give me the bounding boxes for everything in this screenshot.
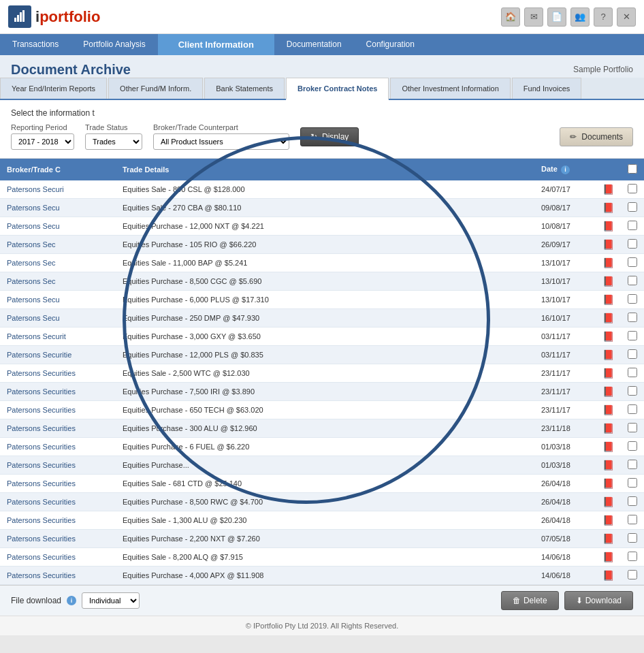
- check-cell[interactable]: [621, 309, 644, 328]
- pdf-icon[interactable]: 📕: [602, 515, 614, 526]
- pdf-icon[interactable]: 📕: [602, 533, 614, 544]
- pdf-icon[interactable]: 📕: [602, 294, 614, 305]
- pdf-cell[interactable]: 📕: [596, 254, 621, 272]
- row-checkbox[interactable]: [628, 313, 637, 322]
- pdf-icon[interactable]: 📕: [602, 331, 614, 342]
- pdf-cell[interactable]: 📕: [596, 217, 621, 236]
- row-checkbox[interactable]: [628, 423, 637, 432]
- check-cell[interactable]: [621, 401, 644, 419]
- pdf-cell[interactable]: 📕: [596, 180, 621, 199]
- nav-client-information[interactable]: Client Information: [158, 34, 274, 55]
- pdf-icon[interactable]: 📕: [602, 184, 614, 195]
- people-icon-btn[interactable]: 👥: [570, 7, 590, 27]
- tab-other-investment[interactable]: Other Investment Information: [390, 78, 510, 99]
- row-checkbox[interactable]: [628, 184, 637, 193]
- close-icon-btn[interactable]: ✕: [617, 7, 636, 27]
- pdf-cell[interactable]: 📕: [596, 328, 621, 346]
- nav-transactions[interactable]: Transactions: [0, 34, 71, 55]
- check-cell[interactable]: [621, 217, 644, 236]
- pdf-icon[interactable]: 📕: [602, 404, 614, 415]
- check-cell[interactable]: [621, 530, 644, 548]
- display-button[interactable]: Display: [300, 127, 359, 146]
- pdf-icon[interactable]: 📕: [602, 202, 614, 213]
- row-checkbox[interactable]: [628, 202, 637, 212]
- pdf-icon[interactable]: 📕: [602, 257, 614, 268]
- pdf-icon[interactable]: 📕: [602, 496, 614, 507]
- check-cell[interactable]: [621, 236, 644, 254]
- row-checkbox[interactable]: [628, 221, 637, 230]
- row-checkbox[interactable]: [628, 386, 637, 396]
- tab-bank-statements[interactable]: Bank Statements: [204, 78, 285, 99]
- pdf-cell[interactable]: 📕: [596, 364, 621, 383]
- pdf-icon[interactable]: 📕: [602, 313, 614, 323]
- pdf-cell[interactable]: 📕: [596, 475, 621, 493]
- delete-button[interactable]: 🗑 Delete: [501, 591, 559, 610]
- pdf-cell[interactable]: 📕: [596, 309, 621, 328]
- row-checkbox[interactable]: [628, 515, 637, 524]
- pdf-icon[interactable]: 📕: [602, 276, 614, 287]
- row-checkbox[interactable]: [628, 460, 637, 469]
- row-checkbox[interactable]: [628, 239, 637, 249]
- pdf-cell[interactable]: 📕: [596, 291, 621, 309]
- select-all-checkbox[interactable]: [628, 164, 637, 174]
- check-cell[interactable]: [621, 254, 644, 272]
- pdf-cell[interactable]: 📕: [596, 199, 621, 217]
- broker-select[interactable]: All Product Issuers Patersons Securities: [153, 133, 289, 150]
- pdf-cell[interactable]: 📕: [596, 548, 621, 567]
- pdf-cell[interactable]: 📕: [596, 511, 621, 530]
- pdf-cell[interactable]: 📕: [596, 383, 621, 401]
- check-cell[interactable]: [621, 199, 644, 217]
- pdf-icon[interactable]: 📕: [602, 386, 614, 397]
- row-checkbox[interactable]: [628, 441, 637, 451]
- check-cell[interactable]: [621, 548, 644, 567]
- pdf-icon[interactable]: 📕: [602, 552, 614, 562]
- trade-status-select[interactable]: Trades All Trades Pending: [85, 133, 142, 150]
- pdf-cell[interactable]: 📕: [596, 456, 621, 475]
- document-icon-btn[interactable]: 📄: [547, 7, 566, 27]
- reporting-period-select[interactable]: 2017 - 2018: [11, 133, 74, 150]
- pdf-cell[interactable]: 📕: [596, 236, 621, 254]
- pdf-cell[interactable]: 📕: [596, 438, 621, 456]
- pdf-cell[interactable]: 📕: [596, 530, 621, 548]
- check-cell[interactable]: [621, 567, 644, 585]
- row-checkbox[interactable]: [628, 368, 637, 377]
- check-cell[interactable]: [621, 438, 644, 456]
- check-cell[interactable]: [621, 291, 644, 309]
- pdf-cell[interactable]: 📕: [596, 346, 621, 364]
- pdf-icon[interactable]: 📕: [602, 239, 614, 250]
- row-checkbox[interactable]: [628, 533, 637, 543]
- tab-other-fund[interactable]: Other Fund/M Inform.: [108, 78, 203, 99]
- pdf-icon[interactable]: 📕: [602, 441, 614, 452]
- check-cell[interactable]: [621, 272, 644, 291]
- row-checkbox[interactable]: [628, 294, 637, 304]
- help-icon-btn[interactable]: ?: [594, 7, 613, 27]
- pdf-cell[interactable]: 📕: [596, 567, 621, 585]
- row-checkbox[interactable]: [628, 404, 637, 414]
- nav-documentation[interactable]: Documentation: [274, 34, 354, 55]
- nav-configuration[interactable]: Configuration: [354, 34, 427, 55]
- row-checkbox[interactable]: [628, 331, 637, 340]
- tab-fund-invoices[interactable]: Fund Invoices: [512, 78, 581, 99]
- pdf-icon[interactable]: 📕: [602, 460, 614, 471]
- check-cell[interactable]: [621, 419, 644, 438]
- pdf-icon[interactable]: 📕: [602, 478, 614, 489]
- documents-button[interactable]: Documents: [560, 127, 633, 146]
- check-cell[interactable]: [621, 493, 644, 511]
- check-cell[interactable]: [621, 364, 644, 383]
- pdf-icon[interactable]: 📕: [602, 349, 614, 360]
- row-checkbox[interactable]: [628, 552, 637, 561]
- row-checkbox[interactable]: [628, 349, 637, 359]
- download-button[interactable]: ⬇ Download: [564, 591, 633, 610]
- row-checkbox[interactable]: [628, 496, 637, 506]
- pdf-cell[interactable]: 📕: [596, 272, 621, 291]
- pdf-icon[interactable]: 📕: [602, 368, 614, 379]
- row-checkbox[interactable]: [628, 276, 637, 285]
- file-download-select[interactable]: Individual Combined: [82, 592, 140, 609]
- check-cell[interactable]: [621, 180, 644, 199]
- home-icon-btn[interactable]: 🏠: [501, 7, 520, 27]
- pdf-cell[interactable]: 📕: [596, 419, 621, 438]
- check-cell[interactable]: [621, 383, 644, 401]
- tab-broker-contract-notes[interactable]: Broker Contract Notes: [286, 78, 389, 100]
- pdf-cell[interactable]: 📕: [596, 401, 621, 419]
- pdf-icon[interactable]: 📕: [602, 221, 614, 232]
